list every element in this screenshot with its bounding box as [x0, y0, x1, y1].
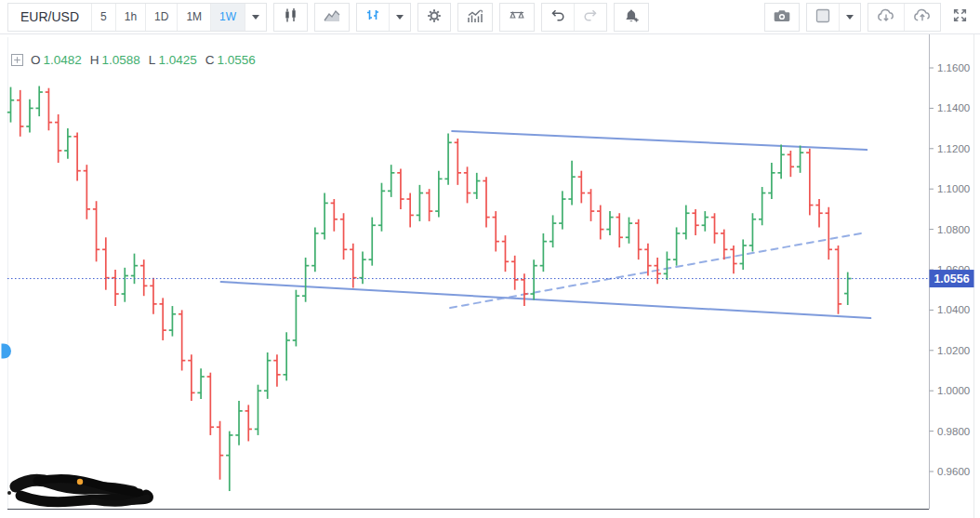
legend-low-value: 1.0425 — [158, 53, 196, 67]
cloud-group — [867, 3, 941, 32]
trendline-1[interactable] — [452, 131, 867, 150]
legend-expand-icon[interactable] — [11, 54, 23, 66]
bar-style-group — [356, 3, 411, 32]
interval-dropdown-button[interactable] — [245, 4, 266, 31]
layout-icon — [815, 8, 830, 26]
svg-text:1.1000: 1.1000 — [937, 183, 970, 194]
legend-open-value: 1.0482 — [44, 53, 82, 67]
bar-style-button[interactable] — [357, 4, 389, 31]
trendline-2[interactable] — [221, 282, 871, 318]
caret-down-icon — [396, 15, 404, 23]
bar-style-icon — [365, 8, 380, 26]
trendline-drawings — [221, 131, 871, 318]
cloud-save-button[interactable] — [904, 4, 940, 31]
price-axis[interactable]: 1.16001.14001.12001.10001.08001.06001.04… — [930, 62, 971, 477]
cloud-load-button[interactable] — [868, 4, 904, 31]
indicators-icon — [467, 8, 483, 26]
chart-canvas[interactable]: 1.16001.14001.12001.10001.08001.06001.04… — [0, 34, 980, 518]
svg-text:1.0800: 1.0800 — [937, 224, 970, 235]
snapshot-camera-icon — [774, 9, 790, 25]
candlestick-style-button[interactable] — [274, 4, 307, 31]
interval-1M-button[interactable]: 1M — [177, 4, 210, 31]
undo-redo-group — [541, 3, 607, 32]
alert-add-icon — [623, 8, 640, 26]
caret-down-icon — [846, 15, 854, 23]
trendline-3[interactable] — [450, 233, 861, 308]
layout-dropdown-button[interactable] — [839, 4, 860, 31]
chart-plot-area[interactable]: 1.16001.14001.12001.10001.08001.06001.04… — [7, 62, 974, 491]
symbol-button[interactable]: EUR/USD — [8, 4, 91, 31]
snapshot-button[interactable] — [765, 4, 799, 31]
legend-high-label: H — [90, 53, 99, 67]
svg-text:0.9600: 0.9600 — [937, 466, 970, 477]
layout-group — [806, 3, 861, 32]
legend-high: H1.0588 — [90, 53, 140, 67]
style-dropdown-button[interactable] — [389, 4, 410, 31]
last-price-badge-value: 1.0556 — [934, 272, 969, 286]
area-style-icon — [324, 8, 340, 26]
legend-open: O1.0482 — [31, 53, 82, 67]
indicators-button[interactable] — [458, 4, 492, 31]
redo-button[interactable] — [574, 4, 606, 31]
symbol-interval-group: EUR/USD 5 1h 1D 1M 1W — [7, 3, 267, 32]
interval-1W-button[interactable]: 1W — [210, 4, 245, 31]
undo-button[interactable] — [542, 4, 574, 31]
layout-button[interactable] — [807, 4, 839, 31]
interval-1h-button[interactable]: 1h — [115, 4, 145, 31]
settings-button[interactable] — [418, 4, 450, 31]
svg-text:1.0000: 1.0000 — [937, 385, 970, 396]
compare-button[interactable] — [500, 4, 534, 31]
fullscreen-button[interactable] — [947, 7, 973, 26]
legend-close-value: 1.0556 — [217, 53, 255, 67]
legend-low: L1.0425 — [149, 53, 197, 67]
ohlc-bars — [7, 86, 852, 492]
compare-scales-icon — [509, 9, 525, 25]
redaction-scribble — [7, 478, 149, 503]
cloud-load-icon — [877, 8, 895, 25]
legend-high-value: 1.0588 — [102, 53, 140, 67]
svg-text:0.9800: 0.9800 — [937, 426, 970, 437]
candlestick-style-icon — [283, 7, 298, 26]
add-alert-button[interactable] — [615, 4, 648, 31]
scribble-orange-dot — [77, 479, 83, 485]
last-price-group: 1.0556 — [7, 270, 974, 287]
svg-text:1.0200: 1.0200 — [937, 345, 970, 356]
top-toolbar: EUR/USD 5 1h 1D 1M 1W — [0, 0, 980, 34]
ohlc-legend: O1.0482 H1.0588 L1.0425 C1.0556 — [11, 53, 264, 67]
svg-text:1.0400: 1.0400 — [937, 304, 970, 315]
interval-5-button[interactable]: 5 — [91, 4, 115, 31]
svg-text:1.1200: 1.1200 — [937, 143, 970, 154]
fullscreen-icon — [952, 7, 968, 26]
legend-open-label: O — [31, 53, 41, 67]
area-style-button[interactable] — [315, 4, 349, 31]
legend-close: C1.0556 — [205, 53, 256, 67]
svg-text:1.1400: 1.1400 — [937, 102, 970, 113]
left-edge-marker[interactable] — [2, 344, 12, 359]
settings-gear-icon — [427, 8, 442, 26]
cloud-save-icon — [913, 8, 932, 25]
undo-icon — [550, 8, 565, 25]
caret-down-icon — [252, 15, 259, 23]
legend-close-label: C — [205, 53, 215, 67]
svg-text:1.1600: 1.1600 — [937, 62, 970, 73]
redo-icon — [583, 8, 598, 25]
legend-low-label: L — [149, 53, 156, 67]
interval-1D-button[interactable]: 1D — [145, 4, 177, 31]
